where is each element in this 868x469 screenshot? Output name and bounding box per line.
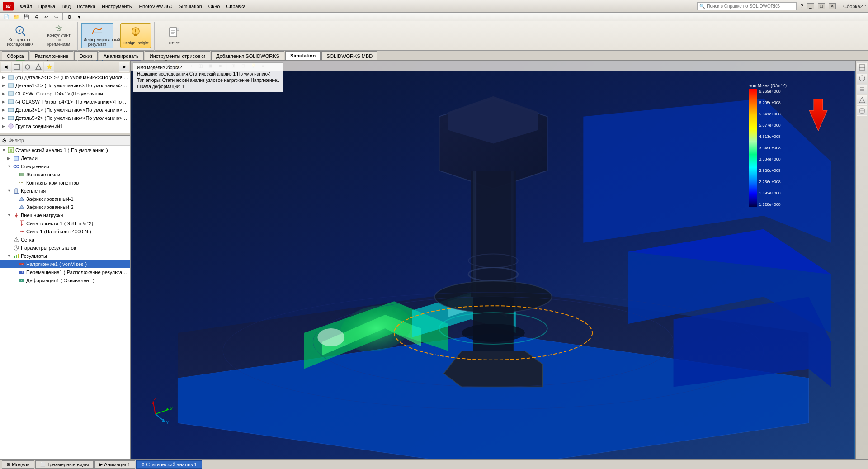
panel-btn-4[interactable]: ⭐ <box>44 62 54 72</box>
sim-expand-study: ▼ <box>2 148 7 152</box>
sim-deform-item[interactable]: ▶ ε Деформация1 (-Эквивалент-) <box>0 276 130 284</box>
tree-label-5: Деталь5<2> (По умолчанию<<По умолчанию>_… <box>15 115 128 121</box>
sim-results-item[interactable]: ▼ Результаты <box>0 252 130 260</box>
sim-study-item[interactable]: ▼ S Статический анализ 1 (-По умолчанию-… <box>0 146 130 154</box>
sim-contacts-item[interactable]: ▶ Контакты компонентов <box>0 179 130 187</box>
undo-btn[interactable]: ↩ <box>42 13 51 21</box>
sim-expand-connections: ▼ <box>7 164 13 169</box>
tree-item-6[interactable]: ▶ Группа соединений1 <box>0 122 130 130</box>
panel-btn-3[interactable] <box>33 62 43 72</box>
rigid-icon <box>18 171 25 178</box>
sim-parts-item[interactable]: ▶ Детали <box>0 154 130 162</box>
tree-item-5[interactable]: ▶ Деталь5<2> (По умолчанию<<По умолчанию… <box>0 114 130 122</box>
open-btn[interactable]: 📁 <box>12 13 21 21</box>
model-tab-icon: ⊞ <box>7 462 10 467</box>
legend-val-6: 3.384e+008 <box>759 157 781 161</box>
bottom-tab-3dviews[interactable]: ⬜ Трехмерные виды <box>35 460 94 469</box>
tree-item-0[interactable]: ▶ (ф) Деталь2<1>->? (По умолчанию<<По ум… <box>0 73 130 81</box>
menu-simulation[interactable]: Simulation <box>176 3 204 10</box>
menu-help[interactable]: Справка <box>223 3 248 10</box>
tree-label-1: Деталь1<1> (По умолчанию<<По умолчанию>_… <box>15 83 128 88</box>
panel-arrow-right[interactable]: ▶ <box>119 62 129 72</box>
konsultant-krep-btn[interactable]: Консультант по креплениям <box>43 23 75 48</box>
tree-item-2[interactable]: ▶ GLXSW_Статор_D4<1> (По умолчани <box>0 90 130 98</box>
sim-fixed1-item[interactable]: ▶ Зафиксированный-1 <box>0 195 130 203</box>
svg-rect-55 <box>8 116 14 120</box>
legend-val-1: 6.205e+008 <box>759 100 781 105</box>
sim-force-item[interactable]: ▶ Сила-1 (На объект: 4000 N:) <box>0 227 130 236</box>
deformirovan-rez-btn[interactable]: Деформированный результат <box>81 23 113 48</box>
ribbon-toolbar: 📄 📁 💾 🖨 ↩ ↪ ⚙ ▼ ? Консультант исследован… <box>0 13 868 51</box>
bottom-tab-analysis[interactable]: ⚙ Статический анализ 1 <box>136 460 202 469</box>
vp-right-btn-4[interactable] <box>857 95 867 105</box>
tab-raspolozenie[interactable]: Расположение <box>30 51 74 60</box>
rebuild-btn[interactable]: ⚙ <box>65 13 74 21</box>
sim-rigid-item[interactable]: ▶ Жесткие связи <box>0 171 130 179</box>
menu-file[interactable]: Файл <box>17 3 35 10</box>
menu-photoview[interactable]: PhotoView 360 <box>137 3 175 10</box>
panel-btn-2[interactable] <box>23 62 33 72</box>
tab-sborka[interactable]: Сборка <box>2 51 29 60</box>
tree-expand-2: ▶ <box>2 91 7 96</box>
tree-item-3[interactable]: ▶ (-) GLXSW_Ротор_d4<1> (По умолчанию<<П… <box>0 98 130 106</box>
svg-marker-75 <box>22 230 24 233</box>
bottom-tabs: ⊞ Модель ⬜ Трехмерные виды ▶ Анимация1 ⚙… <box>0 459 868 469</box>
panel-arrow-left[interactable]: ◀ <box>1 62 11 72</box>
tab-dobavleniya[interactable]: Добавления SOLIDWORKS <box>211 51 284 60</box>
otchet-btn[interactable]: Отчет <box>163 23 185 48</box>
menu-edit[interactable]: Правка <box>36 3 58 10</box>
menu-window[interactable]: Окно <box>206 3 223 10</box>
menu-tools[interactable]: Инструменты <box>99 3 136 10</box>
sim-stress-item[interactable]: ▶ σ Напряжение1 (-vonMises-) <box>0 260 130 268</box>
tab-mbd[interactable]: SOLIDWORKS MBD <box>321 51 377 60</box>
options-btn[interactable]: ▼ <box>75 13 84 21</box>
vp-right-btn-3[interactable] <box>857 84 867 94</box>
vp-right-btn-5[interactable] <box>857 106 867 116</box>
sim-expand-loads: ▼ <box>7 213 13 218</box>
svg-rect-117 <box>475 171 476 297</box>
tree-item-4[interactable]: ▶ Деталь3<1> (По умолчанию<<По умолчанию… <box>0 106 130 114</box>
vp-right-btn-2[interactable] <box>857 73 867 83</box>
sim-fixed2-item[interactable]: ▶ Зафиксированный-2 <box>0 203 130 211</box>
save-btn[interactable]: 💾 <box>22 13 31 21</box>
tab-analizirovanie[interactable]: Анализировать <box>99 51 144 60</box>
sim-expand-fixtures: ▼ <box>7 189 13 193</box>
close-button[interactable]: ✕ <box>829 3 836 9</box>
menu-view[interactable]: Вид <box>59 3 73 10</box>
redo-btn[interactable]: ↪ <box>52 13 61 21</box>
bottom-tab-analysis-label: Статический анализ 1 <box>146 462 197 467</box>
part-icon-1 <box>7 82 14 89</box>
tab-eskiz[interactable]: Эскиз <box>74 51 97 60</box>
3d-viewport[interactable]: ↻ ✋ □ ◫ ▣ ■ ⊞ ⊡ 💡 ≡ <box>131 61 868 459</box>
design-insight-btn[interactable]: Design Insight <box>120 23 151 48</box>
help-search-input[interactable] <box>707 4 793 9</box>
vp-right-btn-1[interactable] <box>857 62 867 72</box>
new-btn[interactable]: 📄 <box>2 13 11 21</box>
maximize-button[interactable]: □ <box>818 3 825 9</box>
tab-instrumenty-otrisovki[interactable]: Инструменты отрисовки <box>145 51 210 60</box>
svg-text:U: U <box>21 271 23 274</box>
sim-gravity-item[interactable]: ▶ Сила тяжести-1 (-9.81 m/s^2) <box>0 219 130 227</box>
minimize-button[interactable]: _ <box>807 3 814 9</box>
legend-title: von Mises (N/m^2) <box>749 83 787 88</box>
print-btn[interactable]: 🖨 <box>32 13 41 21</box>
sim-mesh-item[interactable]: ▶ Сетка <box>0 236 130 244</box>
sim-fixtures-item[interactable]: ▼ Крепления <box>0 187 130 195</box>
bottom-tab-model[interactable]: ⊞ Модель <box>2 460 34 469</box>
sim-disp-item[interactable]: ▶ U Перемещение1 (-Расположение результа… <box>0 268 130 276</box>
tree-item-1[interactable]: ▶ Деталь1<1> (По умолчанию<<По умолчанию… <box>0 81 130 90</box>
panel-toolbar: ◀ ⭐ ▶ <box>0 61 130 73</box>
sim-study-label: Статический анализ 1 (-По умолчанию-) <box>15 147 108 153</box>
tab-simulation[interactable]: Simulation <box>285 51 321 60</box>
sim-loads-item[interactable]: ▼ Внешние нагрузки <box>0 211 130 219</box>
bottom-tab-animation[interactable]: ▶ Анимация1 <box>94 460 135 469</box>
panel-btn-1[interactable] <box>12 62 22 72</box>
help-icon[interactable]: ? <box>800 3 803 9</box>
legend-val-10: 1.128e+008 <box>759 202 781 207</box>
konsultant-issl-btn[interactable]: ? Консультант исследования <box>5 23 36 48</box>
analysis-tab-icon: ⚙ <box>141 462 145 467</box>
sim-connections-item[interactable]: ▼ Соединения <box>0 162 130 171</box>
menu-insert[interactable]: Вставка <box>74 3 98 10</box>
sim-params-item[interactable]: ▶ Параметры результатов <box>0 244 130 252</box>
title-text: Сборка2 * <box>843 4 866 9</box>
